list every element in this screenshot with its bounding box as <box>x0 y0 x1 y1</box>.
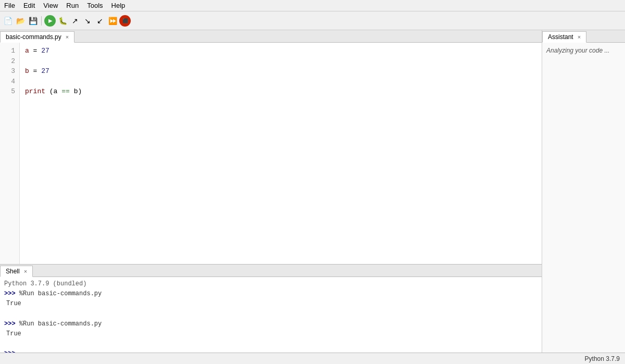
assistant-tab-bar: Assistant × <box>542 30 625 43</box>
line-number: 1 <box>4 46 15 56</box>
code-line: a = 27 <box>25 46 536 56</box>
shell-tab-label: Shell <box>6 268 20 275</box>
code-line <box>25 56 536 67</box>
shell-tab-bar: Shell × <box>0 265 542 277</box>
debug-btn[interactable]: 🐛 <box>57 15 68 27</box>
shell-line: True <box>4 299 538 309</box>
shell-line: >>> <box>4 349 538 353</box>
menu-item-edit[interactable]: Edit <box>19 1 39 10</box>
status-version: Python 3.7.9 <box>585 355 620 362</box>
menu-item-view[interactable]: View <box>39 1 62 10</box>
step-out-btn[interactable]: ↙ <box>94 15 106 27</box>
shell-pane: Shell × Python 3.7.9 (bundled)>>> %Run b… <box>0 264 542 353</box>
editor-pane: basic-commands.py × 12345 a = 27 b = 27 … <box>0 30 542 353</box>
line-number: 2 <box>4 56 15 67</box>
shell-tab-close[interactable]: × <box>24 268 27 274</box>
assistant-content: Analyzing your code ... <box>542 43 625 353</box>
statusbar: Python 3.7.9 <box>0 353 625 364</box>
menu-bar: FileEditViewRunToolsHelp <box>0 0 625 11</box>
shell-line: Python 3.7.9 (bundled) <box>4 279 538 289</box>
editor-content: 12345 a = 27 b = 27 print (a == b) <box>0 43 542 264</box>
toolbar: 📄📂💾▶🐛↗↘↙⏩⬛ <box>0 11 625 30</box>
code-line: print (a == b) <box>25 86 536 97</box>
line-numbers: 12345 <box>0 43 20 264</box>
menu-item-tools[interactable]: Tools <box>83 1 107 10</box>
editor-tab-label: basic-commands.py <box>6 33 61 41</box>
shell-line <box>4 309 538 319</box>
menu-item-run[interactable]: Run <box>62 1 83 10</box>
step-into-btn[interactable]: ↘ <box>82 15 93 27</box>
stop-button[interactable]: ⬛ <box>119 15 131 27</box>
line-number: 5 <box>4 86 15 97</box>
step-over-btn[interactable]: ↗ <box>69 15 81 27</box>
shell-line <box>4 339 538 349</box>
shell-line: True <box>4 329 538 339</box>
shell-line: >>> %Run basic-commands.py <box>4 289 538 299</box>
open-btn[interactable]: 📂 <box>15 15 26 27</box>
save-btn[interactable]: 💾 <box>27 15 39 27</box>
resume-btn[interactable]: ⏩ <box>107 15 118 27</box>
shell-tab[interactable]: Shell × <box>0 266 33 277</box>
assistant-panel: Assistant × Analyzing your code ... <box>542 30 625 353</box>
editor-tab[interactable]: basic-commands.py × <box>0 31 74 43</box>
assistant-tab[interactable]: Assistant × <box>542 31 586 43</box>
new-file-btn[interactable]: 📄 <box>2 15 14 27</box>
code-area[interactable]: a = 27 b = 27 print (a == b) <box>20 43 542 264</box>
editor-tab-close[interactable]: × <box>66 34 69 40</box>
menu-item-file[interactable]: File <box>0 1 19 10</box>
line-number: 3 <box>4 66 15 77</box>
main-area: basic-commands.py × 12345 a = 27 b = 27 … <box>0 30 625 353</box>
line-number: 4 <box>4 77 15 87</box>
code-line <box>25 77 536 87</box>
toolbar-separator <box>41 16 42 26</box>
menu-item-help[interactable]: Help <box>107 1 130 10</box>
assistant-text: Analyzing your code ... <box>546 47 609 54</box>
shell-line: >>> %Run basic-commands.py <box>4 319 538 329</box>
code-line: b = 27 <box>25 66 536 77</box>
shell-content[interactable]: Python 3.7.9 (bundled)>>> %Run basic-com… <box>0 277 542 353</box>
run-button[interactable]: ▶ <box>44 15 56 27</box>
editor-tab-bar: basic-commands.py × <box>0 30 542 43</box>
assistant-tab-close[interactable]: × <box>578 34 581 40</box>
assistant-tab-label: Assistant <box>548 33 573 41</box>
